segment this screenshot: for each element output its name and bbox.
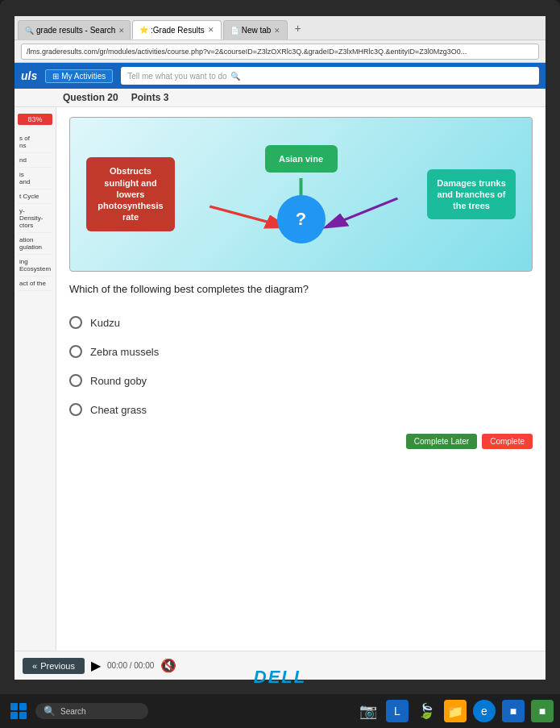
monitor-frame: 🔍 grade results - Search ✕ ⭐ :Grade Resu… xyxy=(0,0,560,728)
screen: 🔍 grade results - Search ✕ ⭐ :Grade Resu… xyxy=(15,16,545,680)
taskbar-icons: 📷 L 🍃 📁 e ■ ■ xyxy=(357,700,554,722)
start-button[interactable] xyxy=(6,699,31,723)
options-list: Kudzu Zebra mussels Round goby Cheat gra… xyxy=(69,308,533,424)
taskbar-icon-folder[interactable]: 📁 xyxy=(444,700,467,722)
win-sq-3 xyxy=(10,712,18,719)
complete-button[interactable]: Complete xyxy=(482,434,533,449)
sidebar-item-5: y-Density-ctors xyxy=(18,204,52,233)
sidebar-item-6: ationgulation xyxy=(18,233,52,255)
option-cheat-grass-label: Cheat grass xyxy=(90,404,147,416)
option-round-goby-label: Round goby xyxy=(90,375,147,387)
sidebar-item-4: t Cycle xyxy=(18,189,52,204)
sidebar-item-8: act of the xyxy=(18,277,52,291)
tab-close-grade[interactable]: ✕ xyxy=(208,26,214,34)
previous-button[interactable]: « Previous xyxy=(23,658,85,674)
option-zebra-mussels-label: Zebra mussels xyxy=(90,346,159,358)
tab-close-new[interactable]: ✕ xyxy=(274,27,280,35)
volume-icon[interactable]: 🔇 xyxy=(160,658,176,673)
new-tab-button[interactable]: + xyxy=(289,20,305,36)
taskbar-search-icon: 🔍 xyxy=(44,705,56,717)
question-number: Question 20 xyxy=(63,92,118,103)
address-text: /lms.graderesults.com/gr/modules/activit… xyxy=(27,48,467,56)
tab-icon-grade: ⭐ xyxy=(139,26,148,34)
taskbar-icon-network[interactable]: L xyxy=(386,700,409,722)
option-cheat-grass[interactable]: Cheat grass xyxy=(69,395,533,424)
app-logo: uls xyxy=(21,69,37,82)
search-icon: 🔍 xyxy=(230,72,240,81)
my-activities-button[interactable]: ⊞ My Activities xyxy=(45,69,113,83)
question-points: Points 3 xyxy=(131,92,169,103)
tab-close-search[interactable]: ✕ xyxy=(118,27,125,35)
taskbar-icon-camera[interactable]: 📷 xyxy=(357,700,380,722)
search-placeholder: Tell me what you want to do xyxy=(127,72,226,81)
main-content: Obstructs sunlight and lowers photosynth… xyxy=(56,107,545,680)
address-bar[interactable]: /lms.graderesults.com/gr/modules/activit… xyxy=(21,44,539,60)
win-sq-1 xyxy=(10,703,18,710)
sidebar-item-1: s ofns xyxy=(18,131,52,153)
complete-later-button[interactable]: Complete Later xyxy=(406,434,477,449)
progress-badge: 83% xyxy=(18,114,52,125)
chevron-left-icon: « xyxy=(32,661,37,671)
app-header: uls ⊞ My Activities Tell me what you wan… xyxy=(15,63,545,89)
sidebar-item-3: isand xyxy=(18,168,52,189)
timer-display: 00:00 / 00:00 xyxy=(107,661,154,670)
tab-icon-search: 🔍 xyxy=(25,27,34,35)
taskbar-search[interactable]: 🔍 Search xyxy=(35,703,148,719)
previous-label: Previous xyxy=(40,661,75,671)
sidebar-item-7: ingEcosystem xyxy=(18,255,52,277)
taskbar-search-placeholder: Search xyxy=(60,707,86,716)
play-icon[interactable]: ▶ xyxy=(91,658,101,673)
radio-kudzu[interactable] xyxy=(69,316,82,329)
taskbar-icon-leaf[interactable]: 🍃 xyxy=(415,700,438,722)
diagram-container: Obstructs sunlight and lowers photosynth… xyxy=(69,117,533,272)
nav-label: My Activities xyxy=(61,72,106,81)
box-top-text: Asian vine xyxy=(279,154,323,164)
sidebar: 83% s ofns nd isand t Cycle y-Density-ct… xyxy=(15,107,56,680)
content-area: 83% s ofns nd isand t Cycle y-Density-ct… xyxy=(15,107,545,680)
option-round-goby[interactable]: Round goby xyxy=(69,366,533,395)
radio-round-goby[interactable] xyxy=(69,374,82,387)
tab-search[interactable]: 🔍 grade results - Search ✕ xyxy=(18,20,131,40)
question-header-bar: Question 20 Points 3 xyxy=(15,89,545,107)
tab-icon-new: 📄 xyxy=(230,27,239,35)
box-left-text: Obstructs sunlight and lowers photosynth… xyxy=(97,166,163,222)
app-search-bar[interactable]: Tell me what you want to do 🔍 xyxy=(121,67,539,85)
taskbar-icon-green1[interactable]: ■ xyxy=(531,700,554,722)
tab-label-search: grade results - Search xyxy=(36,26,115,35)
radio-cheat-grass[interactable] xyxy=(69,403,82,416)
diagram-box-left: Obstructs sunlight and lowers photosynth… xyxy=(86,157,175,231)
diagram-box-top: Asian vine xyxy=(265,145,338,173)
windows-logo xyxy=(10,703,27,719)
diagram-circle-question: ? xyxy=(277,195,326,243)
taskbar-icon-edge[interactable]: e xyxy=(473,700,496,722)
taskbar-icon-blue1[interactable]: ■ xyxy=(502,700,525,722)
browser-bar: /lms.graderesults.com/gr/modules/activit… xyxy=(15,40,545,63)
tab-new[interactable]: 📄 New tab ✕ xyxy=(223,20,288,40)
browser-tabs: 🔍 grade results - Search ✕ ⭐ :Grade Resu… xyxy=(15,16,545,40)
question-prompt: Which of the following best completes th… xyxy=(69,283,533,295)
win-sq-2 xyxy=(19,703,27,710)
grid-icon: ⊞ xyxy=(52,72,59,81)
taskbar: 🔍 Search 📷 L 🍃 📁 e ■ ■ xyxy=(0,694,560,728)
tab-grade-results[interactable]: ⭐ :Grade Results ✕ xyxy=(132,20,222,40)
radio-zebra-mussels[interactable] xyxy=(69,345,82,358)
sidebar-item-2: nd xyxy=(18,153,52,168)
action-buttons-row: Complete Later Complete xyxy=(69,434,533,481)
tab-label-grade: :Grade Results xyxy=(151,26,205,35)
option-kudzu-label: Kudzu xyxy=(90,317,120,329)
box-right-text: Damages trunks and branches of the trees xyxy=(437,178,506,211)
center-label: ? xyxy=(296,209,306,230)
option-zebra-mussels[interactable]: Zebra mussels xyxy=(69,337,533,366)
win-sq-4 xyxy=(19,712,27,719)
dell-logo: DELL xyxy=(254,667,306,688)
diagram-box-right: Damages trunks and branches of the trees xyxy=(427,169,516,220)
option-kudzu[interactable]: Kudzu xyxy=(69,308,533,337)
tab-label-new: New tab xyxy=(242,26,272,35)
